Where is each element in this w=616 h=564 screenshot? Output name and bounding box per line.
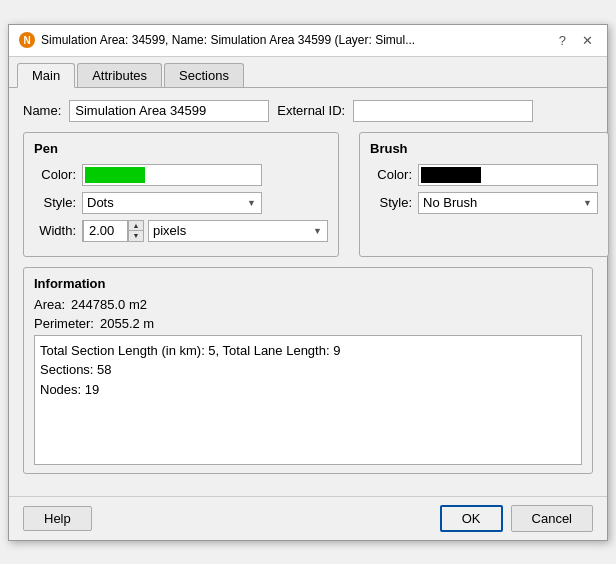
brush-color-label: Color:: [370, 167, 412, 182]
pen-color-row: Color:: [34, 164, 328, 186]
btn-right-group: OK Cancel: [440, 505, 593, 532]
pen-unit-select[interactable]: pixels meters: [148, 220, 328, 242]
brush-style-select-wrapper: No Brush Solid Dense1 Dense2: [418, 192, 598, 214]
title-bar: N Simulation Area: 34599, Name: Simulati…: [9, 25, 607, 57]
button-bar: Help OK Cancel: [9, 496, 607, 540]
brush-style-row: Style: No Brush Solid Dense1 Dense2: [370, 192, 598, 214]
ext-id-input[interactable]: [353, 100, 533, 122]
brush-color-row: Color:: [370, 164, 598, 186]
brush-color-black: [421, 167, 481, 183]
pen-width-spinner-btns: ▲ ▼: [128, 221, 143, 241]
tab-bar: Main Attributes Sections: [9, 57, 607, 88]
perimeter-value: 2055.2 m: [100, 316, 154, 331]
tab-sections[interactable]: Sections: [164, 63, 244, 87]
pen-unit-select-wrapper: pixels meters: [148, 220, 328, 242]
ok-button[interactable]: OK: [440, 505, 503, 532]
title-bar-left: N Simulation Area: 34599, Name: Simulati…: [19, 32, 415, 48]
name-row: Name: External ID:: [23, 100, 593, 122]
pen-width-down[interactable]: ▼: [129, 231, 143, 241]
brush-style-select[interactable]: No Brush Solid Dense1 Dense2: [418, 192, 598, 214]
dialog: N Simulation Area: 34599, Name: Simulati…: [8, 24, 608, 541]
app-icon: N: [19, 32, 35, 48]
information-section: Information Area: 244785.0 m2 Perimeter:…: [23, 267, 593, 474]
pen-style-label: Style:: [34, 195, 76, 210]
main-content: Name: External ID: Pen Color: Style:: [9, 88, 607, 496]
name-label: Name:: [23, 103, 61, 118]
title-text: Simulation Area: 34599, Name: Simulation…: [41, 33, 415, 47]
pen-section: Pen Color: Style: Dots Solid Dash Dash: [23, 132, 339, 257]
help-button[interactable]: Help: [23, 506, 92, 531]
cancel-button[interactable]: Cancel: [511, 505, 593, 532]
pen-width-row: Width: ▲ ▼ pixels meters: [34, 220, 328, 242]
pen-width-control: ▲ ▼ pixels meters: [82, 220, 328, 242]
close-title-button[interactable]: ✕: [578, 31, 597, 50]
pen-color-label: Color:: [34, 167, 76, 182]
help-title-button[interactable]: ?: [555, 31, 570, 50]
brush-style-label: Style:: [370, 195, 412, 210]
tab-attributes[interactable]: Attributes: [77, 63, 162, 87]
name-input[interactable]: [69, 100, 269, 122]
pen-style-select[interactable]: Dots Solid Dash DashDot: [82, 192, 262, 214]
brush-section: Brush Color: Style: No Brush Solid Dense…: [359, 132, 609, 257]
pen-width-spinner: ▲ ▼: [82, 220, 144, 242]
pen-color-green: [85, 167, 145, 183]
perimeter-label: Perimeter:: [34, 316, 94, 331]
pen-title: Pen: [34, 141, 328, 156]
pen-width-up[interactable]: ▲: [129, 221, 143, 231]
perimeter-row: Perimeter: 2055.2 m: [34, 316, 582, 331]
tab-main[interactable]: Main: [17, 63, 75, 88]
area-row: Area: 244785.0 m2: [34, 297, 582, 312]
pen-width-input[interactable]: [83, 220, 128, 242]
brush-title: Brush: [370, 141, 598, 156]
area-value: 244785.0 m2: [71, 297, 147, 312]
pen-color-swatch[interactable]: [82, 164, 262, 186]
info-text-content: Total Section Length (in km): 5, Total L…: [40, 343, 340, 397]
pen-style-row: Style: Dots Solid Dash DashDot: [34, 192, 328, 214]
pen-width-label: Width:: [34, 223, 76, 238]
info-text-area: Total Section Length (in km): 5, Total L…: [34, 335, 582, 465]
ext-id-label: External ID:: [277, 103, 345, 118]
pen-style-select-wrapper: Dots Solid Dash DashDot: [82, 192, 262, 214]
title-bar-right: ? ✕: [555, 31, 597, 50]
area-label: Area:: [34, 297, 65, 312]
pen-brush-section: Pen Color: Style: Dots Solid Dash Dash: [23, 132, 593, 267]
brush-color-swatch[interactable]: [418, 164, 598, 186]
info-title: Information: [34, 276, 582, 291]
